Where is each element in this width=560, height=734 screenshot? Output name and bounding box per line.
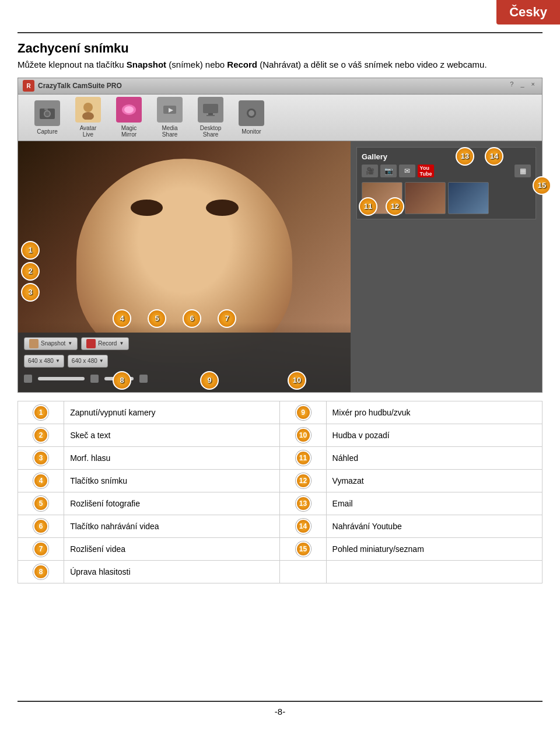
gallery-toolbar: 🎥 📷 ✉ YouTube ▦ xyxy=(362,165,531,177)
badge-10: 10 xyxy=(288,371,306,390)
gallery-title: Gallery xyxy=(362,152,531,161)
table-label-right: Náhled xyxy=(326,446,542,469)
top-divider xyxy=(18,32,542,33)
help-button[interactable]: ? xyxy=(508,81,516,88)
badge-9: 9 xyxy=(200,371,219,390)
toolbar-desktop[interactable]: DesktopShare xyxy=(193,97,228,138)
table-label-left: Rozlišení fotografie xyxy=(64,492,280,515)
badge-2: 2 xyxy=(21,262,40,281)
svg-point-14 xyxy=(249,110,254,116)
gallery-mail-btn[interactable]: ✉ xyxy=(399,165,415,177)
table-label-left: Úprava hlasitosti xyxy=(64,560,280,583)
legend-table: 1Zapnutí/vypnutí kamery9Mixér pro hudbu/… xyxy=(18,401,542,583)
toolbar-monitor[interactable]: Monitor xyxy=(234,100,269,135)
close-button[interactable]: × xyxy=(529,81,537,88)
badge-14: 14 xyxy=(485,147,503,166)
table-row: 7Rozlišení videa15Pohled miniatury/sezna… xyxy=(18,537,542,560)
svg-point-5 xyxy=(82,112,94,120)
table-num-right: 15 xyxy=(280,537,326,560)
table-label-right: Email xyxy=(326,492,542,515)
gallery-thumb-2[interactable] xyxy=(405,182,446,214)
badge-7: 7 xyxy=(218,309,236,328)
gallery-thumb-3[interactable] xyxy=(448,182,489,214)
table-num-right: 13 xyxy=(280,492,326,515)
toolbar-magic[interactable]: MagicMirror xyxy=(111,97,146,138)
badge-11: 11 xyxy=(359,197,377,216)
table-num-right: 14 xyxy=(280,515,326,537)
table-row: 2Skeč a text10Hudba v pozadí xyxy=(18,424,542,446)
language-badge: Česky xyxy=(496,0,560,25)
table-num-right xyxy=(280,560,326,583)
table-label-left: Zapnutí/vypnutí kamery xyxy=(64,401,280,424)
table-num-left: 2 xyxy=(18,424,64,446)
record-label: Record xyxy=(98,340,117,347)
minimize-button[interactable]: _ xyxy=(518,81,526,88)
table-label-left: Tlačítko nahrávání videa xyxy=(64,515,280,537)
magic-icon xyxy=(116,97,142,123)
badge-4: 4 xyxy=(113,309,131,328)
table-num-right: 10 xyxy=(280,424,326,446)
record-dropdown: ▼ xyxy=(119,341,124,346)
snapshot-icon xyxy=(29,339,38,348)
badge-num-right: 10 xyxy=(296,428,311,443)
title-section: Zachycení snímku Můžete klepnout na tlač… xyxy=(18,41,542,72)
badge-1: 1 xyxy=(21,241,40,260)
side-panel: Gallery 🎥 📷 ✉ YouTube ▦ xyxy=(351,141,542,392)
table-num-right: 12 xyxy=(280,469,326,492)
gallery-youtube-btn[interactable]: YouTube xyxy=(418,165,434,177)
app-title: CrazyTalk CamSuite PRO xyxy=(38,82,122,90)
record-button[interactable]: Record ▼ xyxy=(81,337,129,350)
snapshot-res-dropdown[interactable]: 640 x 480 ▼ xyxy=(24,355,64,368)
badge-num-left: 8 xyxy=(33,564,48,579)
badge-5: 5 xyxy=(148,309,166,328)
table-num-left: 7 xyxy=(18,537,64,560)
app-logo: R xyxy=(23,80,34,92)
magic-label: MagicMirror xyxy=(121,125,137,138)
snapshot-button[interactable]: Snapshot ▼ xyxy=(24,337,78,350)
table-label-left: Morf. hlasu xyxy=(64,446,280,469)
badge-num-left: 2 xyxy=(33,428,48,443)
table-label-right: Mixér pro hudbu/zvuk xyxy=(326,401,542,424)
volume-slider[interactable] xyxy=(38,377,85,380)
snapshot-res-arrow: ▼ xyxy=(55,358,60,363)
bottom-divider xyxy=(18,701,542,702)
gallery-panel: Gallery 🎥 📷 ✉ YouTube ▦ xyxy=(356,147,536,219)
badge-num-left: 1 xyxy=(33,405,48,420)
table-label-right: Vymazat xyxy=(326,469,542,492)
table-label-right: Pohled miniatury/seznam xyxy=(326,537,542,560)
badge-8: 8 xyxy=(113,371,131,390)
badge-13: 13 xyxy=(456,147,474,166)
badge-12: 12 xyxy=(386,197,404,216)
gallery-video-btn[interactable]: 🎥 xyxy=(362,165,378,177)
table-num-left: 4 xyxy=(18,469,64,492)
svg-point-2 xyxy=(45,111,50,116)
toolbar: Capture AvatarLive xyxy=(18,95,542,141)
gallery-view-btn[interactable]: ▦ xyxy=(514,165,531,177)
svg-rect-12 xyxy=(206,115,215,116)
camera-view: Snapshot ▼ Record ▼ xyxy=(18,141,351,392)
window-controls[interactable]: ? _ × xyxy=(508,81,537,88)
badge-num-right: 13 xyxy=(296,496,311,511)
audio-icon-3 xyxy=(139,375,148,383)
media-label: MediaShare xyxy=(162,125,177,138)
snapshot-dropdown: ▼ xyxy=(68,341,72,346)
table-row: 4Tlačítko snímku12Vymazat xyxy=(18,469,542,492)
bottom-section: -8- xyxy=(18,701,542,716)
toolbar-media[interactable]: MediaShare xyxy=(152,97,187,138)
ctrl-row-1: Snapshot ▼ Record ▼ xyxy=(24,336,345,351)
avatar-icon xyxy=(75,97,101,123)
table-num-left: 3 xyxy=(18,446,64,469)
page-number: -8- xyxy=(18,707,542,716)
gallery-photo-btn[interactable]: 📷 xyxy=(380,165,397,177)
badge-num-right: 14 xyxy=(296,519,311,534)
svg-point-7 xyxy=(124,106,134,113)
table-num-left: 5 xyxy=(18,492,64,515)
app-screenshot: R CrazyTalk CamSuite PRO ? _ × xyxy=(18,78,542,393)
main-area: Snapshot ▼ Record ▼ xyxy=(18,141,542,392)
badge-num-left: 3 xyxy=(33,450,48,466)
toolbar-capture[interactable]: Capture xyxy=(30,100,65,135)
badge-num-left: 7 xyxy=(33,541,48,557)
toolbar-avatar[interactable]: AvatarLive xyxy=(71,97,106,138)
record-res-dropdown[interactable]: 640 x 480 ▼ xyxy=(68,355,108,368)
svg-rect-3 xyxy=(44,109,48,110)
